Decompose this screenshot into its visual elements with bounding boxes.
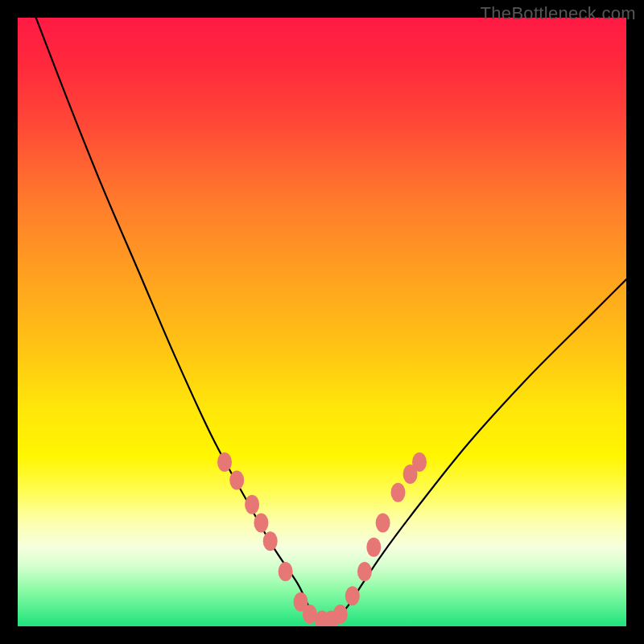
pink-marker <box>345 586 360 605</box>
chart-frame: TheBottleneck.com <box>0 0 644 644</box>
pink-marker <box>263 531 278 551</box>
pink-marker <box>279 562 293 581</box>
black-curve <box>36 18 626 621</box>
pink-markers-group <box>217 452 427 626</box>
pink-marker <box>254 514 268 533</box>
pink-marker <box>391 483 406 502</box>
watermark-text: TheBottleneck.com <box>481 3 636 24</box>
pink-marker <box>229 471 244 490</box>
pink-marker <box>333 605 348 624</box>
pink-marker <box>412 452 427 472</box>
black-curve-group <box>36 18 626 621</box>
pink-marker <box>357 562 372 581</box>
pink-marker <box>366 538 381 557</box>
pink-marker <box>376 514 390 533</box>
chart-svg <box>18 18 626 626</box>
pink-marker <box>245 495 259 514</box>
plot-area <box>18 18 626 626</box>
pink-marker <box>217 452 232 472</box>
